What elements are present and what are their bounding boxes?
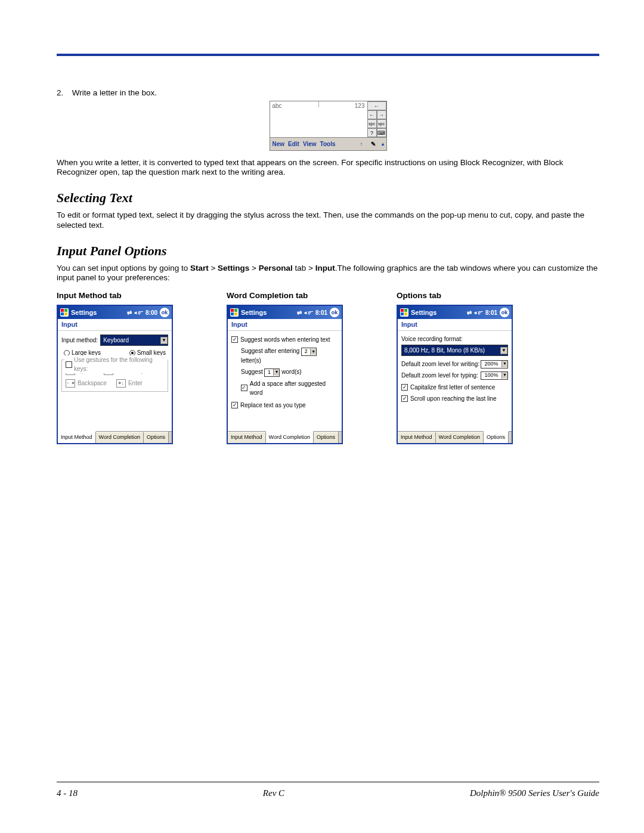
tab-input-method[interactable]: Input Method [58, 431, 96, 443]
connectivity-icon: ⇄ [297, 309, 302, 316]
svg-rect-3 [64, 312, 67, 315]
combo-voice-format[interactable]: 8,000 Hz, 8 Bit, Mono (8 KB/s) ▼ [401, 345, 508, 356]
gesture-enter-icon: ●↓ [116, 379, 126, 388]
combo-suggest-count[interactable]: 1▼ [264, 368, 280, 377]
page-footer: 4 - 18 Rev C Dolphin® 9500 Series User's… [57, 782, 599, 799]
ok-button[interactable]: ok [160, 308, 169, 317]
tab-input-method[interactable]: Input Method [228, 432, 266, 443]
menu-new[interactable]: New [273, 141, 285, 147]
wm3-subbar: Input [398, 319, 512, 331]
arrow-left-button[interactable]: ← [367, 110, 377, 119]
gesture-legend: Use gestures for the following keys: [64, 355, 168, 373]
top-rule [57, 54, 599, 56]
write-area-abc[interactable]: abc 123 [270, 101, 367, 137]
tab-input-method[interactable]: Input Method [398, 432, 436, 443]
screenshot-row: Input Method tab Settings ⇄ ◀೯ 8:00 ok I… [57, 291, 599, 444]
pen-icon[interactable]: ✎ [371, 141, 378, 148]
start-icon[interactable] [60, 308, 69, 317]
suggest-after-label: Suggest after entering [241, 348, 299, 354]
start-icon[interactable] [230, 308, 239, 317]
svg-rect-11 [404, 312, 407, 315]
wm1-sys: ⇄ ◀೯ 8:00 [127, 309, 157, 316]
tab-word-completion[interactable]: Word Completion [96, 432, 144, 443]
block-recognizer-panel: abc 123 ← ← → spc spc ? ⌨ New Edit View … [270, 101, 387, 151]
label-zoom-writing: Default zoom level for writing: [401, 360, 479, 368]
title-input-method: Input Method tab [57, 291, 173, 300]
arrow-right-button[interactable]: → [377, 110, 386, 119]
wm2-subbar: Input [228, 319, 342, 331]
wm3-title: Settings [411, 309, 465, 316]
wm3-sys: ⇄ ◀೯ 8:01 [467, 309, 497, 316]
tab-options[interactable]: Options [144, 432, 169, 443]
wm2-sys: ⇄ ◀೯ 8:01 [297, 309, 327, 316]
ok-button[interactable]: ok [500, 308, 509, 317]
page-content: 2. Write a letter in the box. abc 123 ← … [0, 0, 644, 480]
col-word-completion: Word Completion tab Settings ⇄ ◀೯ 8:01 o… [227, 291, 343, 444]
footer-rev: Rev C [263, 788, 284, 798]
combo-zoom-writing[interactable]: 200%▼ [481, 360, 508, 368]
combo-value: Keyboard [103, 336, 129, 345]
screenshot-options: Settings ⇄ ◀೯ 8:01 ok Input Voice record… [397, 305, 513, 444]
title-options: Options tab [397, 291, 513, 300]
cb-add-space[interactable]: ✓Add a space after suggested word [241, 379, 338, 397]
heading-input-panel-options: Input Panel Options [57, 243, 599, 259]
wm1-titlebar: Settings ⇄ ◀೯ 8:00 ok [58, 306, 172, 319]
ipo-intro-a: You can set input options by going to [57, 264, 190, 272]
suggest-suffix: word(s) [281, 368, 301, 375]
para-input-panel-options: You can set input options by going to St… [57, 264, 599, 283]
path-start: Start [190, 264, 209, 272]
step-number: 2. [57, 88, 70, 97]
ok-button[interactable]: ok [330, 308, 339, 317]
keyboard-button[interactable]: ⌨ [377, 128, 386, 137]
col-input-method: Input Method tab Settings ⇄ ◀೯ 8:00 ok I… [57, 291, 173, 444]
combo-suggest-after[interactable]: 2▼ [301, 348, 317, 356]
menu-tools[interactable]: Tools [320, 141, 336, 147]
speaker-icon: ◀೯ [474, 309, 483, 316]
svg-rect-1 [64, 309, 67, 312]
cb-capitalize[interactable]: ✓Capitalize first letter of sentence [401, 383, 495, 392]
tab-options[interactable]: Options [484, 431, 509, 443]
gesture-group: Use gestures for the following keys: ●→S… [61, 360, 168, 392]
sip-up-icon[interactable]: ↑ [360, 141, 367, 148]
cb-suggest-words[interactable]: ✓Suggest words when entering text [231, 335, 330, 344]
tab-options[interactable]: Options [314, 432, 339, 443]
svg-rect-0 [61, 309, 64, 312]
gesture-enter: ●↓Enter [116, 379, 143, 388]
combo-voice-value: 8,000 Hz, 8 Bit, Mono (8 KB/s) [404, 346, 485, 355]
wm2-titlebar: Settings ⇄ ◀೯ 8:01 ok [228, 306, 342, 319]
footer-guide: Dolphin® 9500 Series User's Guide [470, 788, 599, 798]
svg-rect-6 [231, 312, 234, 315]
start-icon[interactable] [400, 308, 408, 317]
menu-view[interactable]: View [303, 141, 317, 147]
svg-rect-4 [231, 309, 234, 312]
tab-word-completion[interactable]: Word Completion [436, 432, 484, 443]
num-label: 123 [355, 103, 365, 109]
path-personal: Personal [259, 264, 293, 272]
sym-button[interactable]: spc [377, 119, 386, 128]
para-block-recognizer: When you write a letter, it is converted… [57, 158, 599, 177]
write-separator [318, 101, 319, 107]
sip-arrow-icon[interactable]: ▴ [382, 141, 384, 147]
speaker-icon: ◀೯ [134, 309, 143, 316]
col-options: Options tab Settings ⇄ ◀೯ 8:01 ok Input [397, 291, 513, 444]
gesture-checkbox[interactable] [66, 361, 72, 368]
wm1-subbar: Input [58, 319, 172, 331]
space-button[interactable]: spc [367, 119, 377, 128]
wm3-body: Voice recording format: 8,000 Hz, 8 Bit,… [398, 331, 512, 431]
cb-scroll[interactable]: ✓Scroll upon reaching the last line [401, 394, 497, 403]
wm1-body: Input method: Keyboard ▼ Large keys Smal… [58, 331, 172, 431]
menu-edit[interactable]: Edit [288, 141, 299, 147]
help-button[interactable]: ? [367, 128, 377, 137]
combo-zoom-typing[interactable]: 100%▼ [481, 371, 508, 380]
cb-replace-text[interactable]: ✓Replace text as you type [231, 401, 306, 410]
path-input: Input [315, 264, 335, 272]
wm3-time: 8:01 [485, 309, 497, 316]
speaker-icon: ◀೯ [304, 309, 313, 316]
combo-input-method[interactable]: Keyboard ▼ [100, 335, 168, 346]
recognizer-buttons: ← ← → spc spc ? ⌨ [367, 101, 386, 137]
wm3-titlebar: Settings ⇄ ◀೯ 8:01 ok [398, 306, 512, 319]
tab-word-completion[interactable]: Word Completion [266, 431, 314, 443]
screenshot-word-completion: Settings ⇄ ◀೯ 8:01 ok Input ✓Suggest wor… [227, 305, 343, 444]
backspace-button[interactable]: ← [367, 101, 386, 110]
wm2-tabs: Input Method Word Completion Options [228, 431, 342, 443]
